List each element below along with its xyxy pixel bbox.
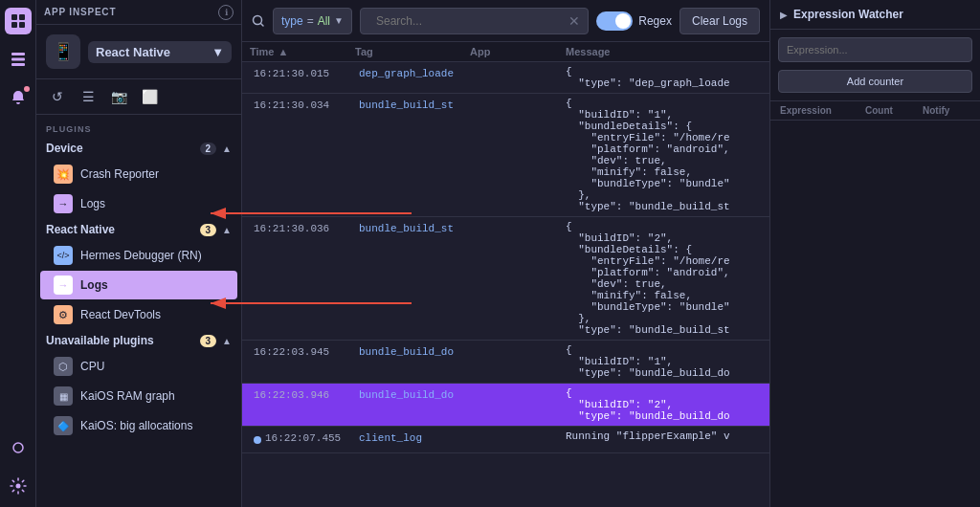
log-rows: 16:21:30.015dep_graph_loade{ "type": "de… xyxy=(242,62,769,507)
svg-rect-1 xyxy=(19,14,25,20)
svg-rect-2 xyxy=(11,22,17,28)
app-label: App xyxy=(470,46,490,57)
toolbar: type = All ▼ ✕ Regex Clear Logs xyxy=(242,0,769,42)
sidebar-item-kaios-ram[interactable]: ▦ KaiOS RAM graph xyxy=(40,382,237,410)
grid-icon-btn[interactable] xyxy=(5,46,32,73)
kaios-alloc-label: KaiOS: big allocations xyxy=(80,419,192,432)
app-name: React Native xyxy=(96,45,170,59)
tag-cell: dep_graph_loade xyxy=(355,66,470,81)
unavailable-group-right: 3 ▲ xyxy=(200,335,232,347)
table-row[interactable]: 16:21:30.034bundle_build_st{ "buildID": … xyxy=(242,94,769,217)
icon-bar xyxy=(0,0,36,507)
sidebar-header: APP INSPECT ℹ xyxy=(36,0,241,25)
filter-key: type xyxy=(281,14,303,28)
sidebar-item-logs-rn[interactable]: → Logs xyxy=(40,271,237,299)
right-panel-header: ▶ Expression Watcher xyxy=(770,0,980,30)
hermes-icon: </> xyxy=(54,246,73,265)
message-cell: { "type": "dep_graph_loade xyxy=(566,66,762,89)
svg-point-8 xyxy=(15,484,20,489)
sidebar-item-react-devtools[interactable]: ⚙ React DevTools xyxy=(40,300,237,329)
reload-button[interactable]: ↺ xyxy=(46,85,69,108)
app-icon: 📱 xyxy=(46,34,80,69)
clear-search-icon[interactable]: ✕ xyxy=(568,13,580,29)
sidebar-actions-bar: ↺ ☰ 📷 ⬜ xyxy=(36,79,241,115)
react-devtools-label: React DevTools xyxy=(80,308,161,321)
add-counter-label: Add counter xyxy=(847,76,903,87)
app-name-dropdown[interactable]: React Native ▼ xyxy=(88,41,232,63)
hermes-label: Hermes Debugger (RN) xyxy=(80,249,202,262)
time-cell: 16:22:07.455 xyxy=(250,430,355,446)
sidebar-item-logs-device[interactable]: → Logs xyxy=(40,189,237,218)
right-panel-title: Expression Watcher xyxy=(793,8,903,21)
sidebar-item-hermes[interactable]: </> Hermes Debugger (RN) xyxy=(40,241,237,270)
time-cell: 16:21:30.034 xyxy=(250,98,355,113)
crash-reporter-icon: 💥 xyxy=(54,165,73,184)
regex-label: Regex xyxy=(638,14,672,28)
svg-point-7 xyxy=(13,443,23,452)
clear-logs-button[interactable]: Clear Logs xyxy=(679,8,760,34)
search-wrapper: ✕ xyxy=(360,8,589,34)
table-row[interactable]: 16:22:03.946bundle_build_do{ "buildID": … xyxy=(242,384,769,427)
regex-toggle[interactable]: Regex xyxy=(596,11,672,31)
device-group-header[interactable]: Device 2 ▲ xyxy=(36,138,241,159)
time-cell: 16:22:03.945 xyxy=(250,344,355,360)
kaios-ram-icon: ▦ xyxy=(54,386,73,406)
sidebar-item-kaios-alloc[interactable]: 🔷 KaiOS: big allocations xyxy=(40,411,237,440)
clear-logs-label: Clear Logs xyxy=(692,14,747,28)
app-cell xyxy=(470,387,566,391)
sidebar: APP INSPECT ℹ 📱 React Native ▼ ↺ ☰ 📷 ⬜ P… xyxy=(36,0,242,507)
tag-col-header[interactable]: Tag xyxy=(355,46,470,57)
react-native-group-header[interactable]: React Native 3 ▲ xyxy=(36,219,241,240)
menu-button[interactable]: ☰ xyxy=(77,85,100,108)
settings-icon-btn[interactable] xyxy=(5,473,32,499)
svg-rect-5 xyxy=(11,58,25,61)
sidebar-item-crash-reporter[interactable]: 💥 Crash Reporter xyxy=(40,160,237,188)
logs-device-icon: → xyxy=(54,194,73,213)
tag-cell: bundle_build_do xyxy=(355,344,470,360)
table-row[interactable]: 16:22:07.455client_logRunning "flipperEx… xyxy=(242,427,769,453)
logs-rn-label: Logs xyxy=(80,278,108,292)
react-native-group-name: React Native xyxy=(46,223,115,236)
svg-rect-3 xyxy=(19,22,25,28)
expression-input[interactable] xyxy=(778,37,972,62)
kaios-alloc-icon: 🔷 xyxy=(54,416,73,435)
logs-device-label: Logs xyxy=(80,197,105,210)
time-col-header[interactable]: Time ▲ xyxy=(250,46,355,57)
expr-col: Expression xyxy=(780,105,865,116)
bug-icon-btn[interactable] xyxy=(5,434,32,461)
unavailable-group-name: Unavailable plugins xyxy=(46,334,154,347)
react-native-badge: 3 xyxy=(200,224,217,236)
info-button[interactable]: ℹ xyxy=(218,5,234,20)
expression-table-header: Expression Count Notify xyxy=(770,100,980,121)
app-col-header[interactable]: App xyxy=(470,46,566,57)
unavailable-chevron-icon: ▲ xyxy=(222,336,232,346)
app-selector[interactable]: 📱 React Native ▼ xyxy=(36,25,241,79)
device-badge: 2 xyxy=(200,143,217,155)
app-icon-btn[interactable] xyxy=(5,8,32,34)
table-row[interactable]: 16:22:03.945bundle_build_do{ "buildID": … xyxy=(242,341,769,384)
toggle-track[interactable] xyxy=(596,11,633,31)
message-cell: { "buildID": "1", "type": "bundle_build_… xyxy=(566,344,762,379)
device-group-right: 2 ▲ xyxy=(200,143,232,155)
app-cell xyxy=(470,221,566,225)
unavailable-group-header[interactable]: Unavailable plugins 3 ▲ xyxy=(36,330,241,351)
tag-cell: bundle_build_st xyxy=(355,221,470,236)
add-counter-button[interactable]: Add counter xyxy=(778,70,972,93)
time-cell: 16:21:30.036 xyxy=(250,221,355,236)
react-native-chevron-icon: ▲ xyxy=(222,225,232,235)
window-button[interactable]: ⬜ xyxy=(138,85,161,108)
filter-eq: = xyxy=(307,14,314,28)
svg-rect-6 xyxy=(11,63,25,66)
svg-rect-4 xyxy=(11,53,25,55)
search-input[interactable] xyxy=(368,11,565,32)
message-cell: { "buildID": "1", "bundleDetails": { "en… xyxy=(566,98,762,212)
table-row[interactable]: 16:21:30.015dep_graph_loade{ "type": "de… xyxy=(242,62,769,94)
message-col-header[interactable]: Message xyxy=(566,46,762,57)
sidebar-item-cpu[interactable]: ⬡ CPU xyxy=(40,352,237,381)
count-col: Count xyxy=(865,105,923,116)
notification-icon-btn[interactable] xyxy=(5,84,32,111)
camera-button[interactable]: 📷 xyxy=(107,85,130,108)
filter-chip[interactable]: type = All ▼ xyxy=(273,8,352,34)
table-row[interactable]: 16:21:30.036bundle_build_st{ "buildID": … xyxy=(242,217,769,341)
filter-val: All xyxy=(318,14,330,28)
